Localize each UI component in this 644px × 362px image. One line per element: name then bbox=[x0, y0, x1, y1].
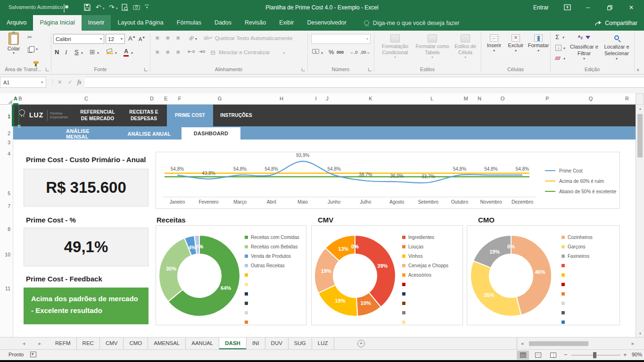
format-painter-icon[interactable] bbox=[33, 61, 39, 64]
row-header-10[interactable]: 10 bbox=[0, 252, 10, 257]
border-dropdown-icon[interactable]: ▾ bbox=[97, 51, 99, 55]
ribbon-tab-inserir[interactable]: Inserir bbox=[82, 15, 111, 31]
sheet-tab-sug[interactable]: SUG bbox=[289, 337, 312, 349]
column-header-o[interactable]: O bbox=[497, 96, 508, 101]
decrease-indent-icon[interactable]: ⇤≡ bbox=[188, 49, 195, 55]
percent-style-button[interactable]: % bbox=[329, 49, 334, 56]
wrap-text-button[interactable]: Quebrar Texto Automaticamente bbox=[215, 35, 293, 41]
column-header-k[interactable]: K bbox=[365, 96, 376, 101]
column-header-l[interactable]: L bbox=[426, 96, 438, 101]
align-right-icon[interactable]: ≡ bbox=[176, 49, 180, 56]
decrease-decimal-icon[interactable]: ,00→ bbox=[360, 50, 371, 55]
workbook-tab-receitas-e-despesas[interactable]: RECEITAS EDESPESAS bbox=[121, 105, 167, 126]
tellme-box[interactable]: Diga-me o que você deseja fazer bbox=[363, 15, 459, 31]
clear-icon[interactable] bbox=[555, 57, 561, 60]
align-middle-icon[interactable]: ≡ bbox=[166, 34, 170, 41]
column-header-j[interactable]: J bbox=[322, 96, 333, 101]
redo-dropdown-icon[interactable]: ▾ bbox=[116, 7, 118, 10]
column-header-h[interactable]: H bbox=[276, 96, 287, 101]
fx-icon[interactable]: fx bbox=[77, 79, 82, 86]
row-header-2[interactable]: 2 bbox=[0, 131, 10, 136]
alignment-dialog-launcher[interactable] bbox=[302, 68, 305, 71]
row-header-5[interactable]: 5 bbox=[0, 190, 10, 196]
clipboard-dialog-launcher[interactable] bbox=[46, 68, 49, 71]
format-as-table-button[interactable]: Formatar como Tabela ▾ bbox=[415, 34, 450, 59]
fill-color-icon[interactable] bbox=[107, 49, 113, 54]
insert-cells-button[interactable]: ← Inserir ▾ bbox=[484, 34, 504, 53]
row-header-8[interactable]: 8 bbox=[0, 226, 10, 232]
zoom-in-icon[interactable]: + bbox=[623, 351, 627, 358]
font-dialog-launcher[interactable] bbox=[144, 68, 148, 71]
align-left-icon[interactable]: ≡ bbox=[156, 49, 159, 56]
column-header-b[interactable]: B bbox=[15, 96, 26, 101]
column-header-c[interactable]: C bbox=[81, 96, 92, 101]
autosum-dropdown-icon[interactable]: ▾ bbox=[562, 36, 564, 40]
accounting-dropdown-icon[interactable]: ▾ bbox=[321, 51, 323, 55]
cell-styles-button[interactable]: Estilos de Célula ▾ bbox=[451, 34, 480, 59]
italic-button[interactable]: I bbox=[65, 49, 67, 56]
sheet-tab-duv[interactable]: DUV bbox=[265, 337, 289, 349]
minimize-button[interactable]: ─ bbox=[580, 0, 596, 15]
scrollbar-split-box[interactable] bbox=[636, 93, 644, 105]
ribbon-tab-pagina-inicial[interactable]: Página Inicial bbox=[33, 15, 81, 31]
add-sheet-icon[interactable]: + bbox=[357, 340, 365, 347]
font-color-dropdown-icon[interactable]: ▾ bbox=[131, 51, 133, 55]
sheet-tab-luz[interactable]: LUZ bbox=[312, 337, 334, 349]
increase-indent-icon[interactable]: ⇥≡ bbox=[198, 49, 206, 55]
copy-dropdown-icon[interactable]: ▾ bbox=[36, 48, 38, 51]
column-header-p[interactable]: P bbox=[542, 96, 553, 101]
paste-button[interactable]: Colar ▾ bbox=[4, 32, 24, 55]
ribbon-display-icon[interactable] bbox=[564, 4, 571, 10]
sheet-tab-dash[interactable]: DASH bbox=[219, 337, 247, 349]
cmo-chart-panel[interactable]: 46%35%19%0%CozinheirosGarçonsFaxineiros bbox=[467, 225, 620, 325]
align-bottom-icon[interactable]: ≡ bbox=[176, 34, 180, 41]
fill-dropdown-icon[interactable]: ▾ bbox=[115, 51, 117, 55]
fill-dropdown2-icon[interactable]: ▾ bbox=[563, 47, 565, 50]
line-chart-panel[interactable]: 54,8%43,8%54,8%54,8%93,9%54,8%38,7%36,0%… bbox=[156, 152, 620, 209]
horizontal-scroll-thumb[interactable] bbox=[529, 341, 588, 346]
sheet-nav-right-icon[interactable]: ► bbox=[38, 337, 42, 350]
find-select-button[interactable]: Localizar e Selecionar ▾ bbox=[601, 34, 633, 61]
column-header-i[interactable]: I bbox=[310, 96, 322, 101]
column-header-e[interactable]: E bbox=[160, 96, 172, 101]
conditional-formatting-button[interactable]: Formatação Condicional ▾ bbox=[377, 34, 413, 59]
ribbon-tab-exibir[interactable]: Exibir bbox=[272, 15, 300, 31]
undo-dropdown-icon[interactable]: ▾ bbox=[103, 7, 105, 10]
number-format-select[interactable]: ▾ bbox=[311, 34, 371, 44]
row-header-3[interactable]: 3 bbox=[0, 140, 10, 145]
row-header-1[interactable]: 1 bbox=[0, 114, 10, 119]
macro-record-icon[interactable] bbox=[30, 352, 36, 357]
close-button[interactable]: ✕ bbox=[623, 0, 639, 15]
underline-dropdown-icon[interactable]: ▾ bbox=[81, 51, 83, 55]
autosave-toggle[interactable] bbox=[64, 4, 65, 13]
ribbon-tab-revisao[interactable]: Revisão bbox=[238, 15, 272, 31]
cut-icon[interactable]: ✂ bbox=[27, 34, 32, 40]
sheet-tab-aanual[interactable]: AANUAL bbox=[186, 337, 219, 349]
ribbon-tab-layout-da-pagina[interactable]: Layout da Página bbox=[111, 15, 170, 31]
align-center-icon[interactable]: ≡ bbox=[166, 49, 170, 56]
ribbon-tab-dados[interactable]: Dados bbox=[208, 15, 238, 31]
border-icon[interactable]: ⊞ bbox=[90, 49, 95, 55]
undo-icon[interactable]: ↶ bbox=[96, 4, 101, 10]
comma-style-button[interactable]: 000 bbox=[337, 50, 344, 55]
delete-cells-button[interactable]: × Excluir ▾ bbox=[505, 34, 526, 53]
ribbon-tab-arquivo[interactable]: Arquivo bbox=[0, 15, 33, 31]
increase-decimal-icon[interactable]: ←,0 bbox=[350, 50, 358, 55]
orientation-icon[interactable]: ab bbox=[188, 34, 195, 42]
format-cells-button[interactable]: ↔ Formatar ▾ bbox=[527, 34, 550, 53]
orientation-dropdown-icon[interactable]: ▾ bbox=[195, 37, 197, 41]
page-layout-view-button[interactable] bbox=[532, 351, 544, 360]
copy-icon[interactable] bbox=[28, 48, 32, 53]
subtab-analise-mensal[interactable]: ANÁLISE MENSAL bbox=[66, 128, 113, 140]
ribbon-tab-formulas[interactable]: Fórmulas bbox=[170, 15, 208, 31]
cmv-chart-panel[interactable]: 39%10%19%19%13%0%IngredientesLouçasVinho… bbox=[311, 225, 463, 325]
decrease-font-icon[interactable]: A▼ bbox=[139, 36, 145, 42]
column-header-n[interactable]: N bbox=[474, 96, 485, 101]
accounting-format-icon[interactable]: $ bbox=[312, 49, 319, 54]
print-preview-icon[interactable] bbox=[122, 4, 128, 11]
sheet-tab-refm[interactable]: REFM bbox=[50, 337, 77, 349]
underline-button[interactable]: S bbox=[74, 49, 79, 56]
save-icon[interactable] bbox=[84, 4, 91, 11]
subtab-analise-anual[interactable]: ANÁLISE ANUAL bbox=[124, 128, 174, 140]
column-header-q[interactable]: Q bbox=[585, 96, 596, 101]
